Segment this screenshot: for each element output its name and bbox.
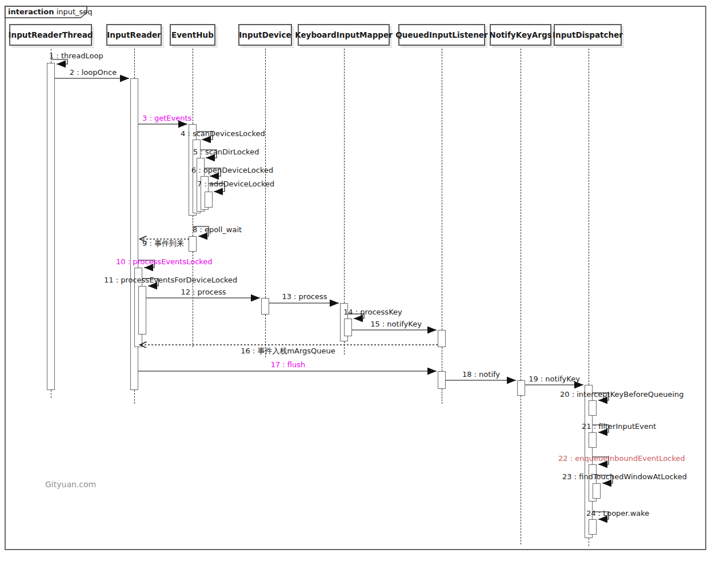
message-11-label: 11 : processEventsForDeviceLocked (104, 276, 237, 284)
message-1-arrow (51, 59, 67, 64)
message-6-label: 6 : openDeviceLocked (191, 166, 273, 174)
message-22-label: 22 : enqueueInboundEventLocked (558, 455, 685, 463)
message-14-label: 14 : processKey (343, 308, 402, 316)
message-21-label: 21 : filterInputEvent (582, 423, 656, 431)
message-17-label: 17 : flush (271, 361, 306, 369)
sequence-diagram-canvas: interaction input_seq InputReaderThread … (0, 0, 728, 573)
diagram-arrows-layer (0, 0, 728, 573)
message-8-label: 8 : epoll_wait (193, 226, 242, 234)
message-9-label: 9 : 事件到来 (142, 240, 184, 248)
message-2-label: 2 : loopOnce (70, 69, 117, 77)
message-12-label: 12 : process (181, 288, 226, 296)
message-3-label: 3 : getEvents (142, 114, 191, 122)
message-23-label: 23 : findTouchedWindowAtLocked (562, 473, 687, 481)
message-13-label: 13 : process (282, 293, 327, 301)
message-19-label: 19 : notifyKey (529, 375, 580, 383)
message-10-label: 10 : processEventsLocked (116, 258, 213, 266)
message-1-label: 1 : threadLoop (49, 52, 103, 60)
frame-keyword: interaction (8, 7, 54, 16)
message-4-label: 4 : scanDevicesLocked (181, 130, 265, 138)
message-5-label: 5 : scanDirLocked (193, 148, 259, 156)
message-24-label: 24 : Looper.wake (586, 510, 649, 518)
message-7-label: 7 : addDeviceLocked (197, 180, 274, 188)
message-15-label: 15 : notifyKey (370, 320, 422, 328)
watermark: Gityuan.com (45, 480, 96, 489)
frame-name: input_seq (57, 7, 93, 16)
message-16-label: 16 : 事件入栈mArgsQueue (241, 347, 335, 355)
message-20-label: 20 : interceptKeyBeforeQueueing (560, 391, 684, 399)
frame-title: interaction input_seq (8, 7, 93, 16)
message-18-label: 18 : notify (462, 371, 500, 379)
